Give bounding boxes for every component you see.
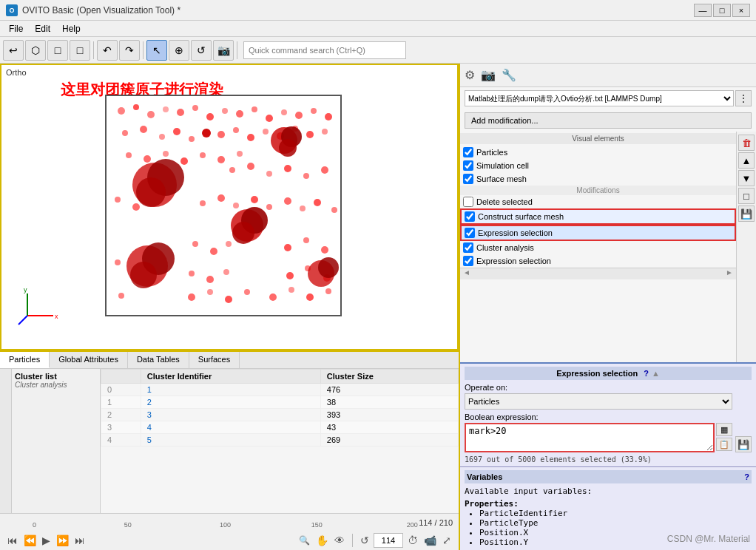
modifier-construct-surface-mesh-checkbox[interactable] — [465, 211, 475, 222]
table-row[interactable]: 2 3 393 — [101, 409, 459, 421]
tab-surfaces[interactable]: Surfaces — [189, 352, 240, 368]
svg-point-24 — [247, 134, 254, 141]
pipeline-icon-3[interactable]: 🔧 — [502, 68, 516, 82]
modifier-delete-selected-checkbox[interactable] — [463, 197, 473, 207]
svg-point-51 — [200, 200, 206, 206]
toolbar-move-icon[interactable]: ⊕ — [169, 40, 189, 61]
transport-next-icon[interactable]: ⏩ — [55, 533, 70, 548]
tab-global-attributes[interactable]: Global Attributes — [50, 352, 128, 368]
svg-point-53 — [233, 203, 239, 208]
row-cluster-id: 2 — [141, 396, 320, 409]
pipeline-icon-1[interactable]: ⚙ — [465, 68, 475, 82]
maximize-button[interactable]: □ — [713, 4, 731, 17]
close-button[interactable]: × — [732, 4, 750, 17]
tl-mark-100: 100 — [220, 521, 231, 529]
move-down-btn[interactable]: ▼ — [738, 170, 755, 186]
scroll-row: ◄ ► — [460, 268, 736, 279]
expr-save-btn[interactable]: 💾 — [735, 436, 752, 452]
tab-particles[interactable]: Particles — [0, 352, 50, 368]
toolbar-undo2-icon[interactable]: ↶ — [97, 40, 118, 61]
frame-input[interactable] — [374, 533, 403, 548]
vars-help-btn[interactable]: ? — [744, 472, 749, 481]
modifier-surface-mesh-checkbox[interactable] — [463, 174, 473, 184]
menu-edit[interactable]: Edit — [29, 22, 56, 35]
transport-play-icon[interactable]: ▶ — [41, 533, 52, 548]
toolbar-select-icon[interactable]: ↖ — [146, 40, 167, 61]
modifier-expression-selection-1-checkbox[interactable] — [465, 228, 475, 238]
toolbar-new-icon[interactable]: ⬡ — [25, 40, 46, 61]
svg-point-75 — [223, 269, 229, 275]
svg-point-66 — [192, 241, 198, 247]
save-preset-btn[interactable]: 💾 — [738, 206, 755, 222]
clock-icon[interactable]: ⏱ — [406, 533, 419, 548]
modifier-particles[interactable]: Particles — [460, 146, 736, 159]
modifier-expression-selection-2-checkbox[interactable] — [463, 256, 473, 266]
toolbar-open-icon[interactable]: □ — [47, 40, 68, 61]
file-dropdown[interactable]: Matlab处理后的dump请导入Ovtio分析.txt [LAMMPS Dum… — [465, 90, 734, 106]
add-modification: Add modification... — [465, 112, 752, 129]
toolbar-save-icon[interactable]: □ — [70, 40, 90, 61]
transport-first-icon[interactable]: ⏮ — [6, 533, 19, 548]
toolbar-screenshot-icon[interactable]: 📷 — [213, 40, 234, 61]
pipeline-header: ⚙ 📷 🔧 — [460, 64, 756, 87]
cluster-sidebar: Cluster list Cluster analysis — [12, 369, 101, 513]
svg-point-54 — [251, 196, 258, 203]
del-modifier-btn[interactable]: 🗑 — [738, 135, 755, 151]
expr-help-btn[interactable]: ? — [644, 369, 649, 378]
table-row[interactable]: 0 1 476 — [101, 384, 459, 396]
svg-point-73 — [189, 271, 195, 276]
modifier-cluster-analysis[interactable]: Cluster analysis — [460, 241, 736, 254]
modifier-particles-checkbox[interactable] — [463, 147, 473, 157]
app-icon: O — [6, 4, 18, 16]
expr-scroll-btn[interactable]: ▲ — [652, 369, 660, 378]
svg-point-72 — [115, 259, 121, 265]
toolbar-redo-icon[interactable]: ↷ — [119, 40, 140, 61]
minimize-button[interactable]: — — [694, 4, 712, 17]
copy-btn[interactable]: □ — [738, 188, 755, 204]
toolbar-rotate-icon[interactable]: ↺ — [191, 40, 212, 61]
expr-textarea[interactable]: mark>20 — [465, 423, 715, 452]
svg-point-57 — [300, 206, 306, 211]
menu-help[interactable]: Help — [56, 22, 87, 35]
transport-eye-icon[interactable]: 👁 — [333, 533, 346, 548]
modifier-expression-selection-1[interactable]: Expression selection — [460, 225, 736, 241]
toolbar-undo-icon[interactable]: ↩ — [3, 40, 24, 61]
row-index: 4 — [101, 434, 141, 447]
search-input[interactable] — [243, 41, 406, 59]
expr-form: Operate on: Particles Boolean expression… — [465, 383, 732, 452]
modifier-sim-cell[interactable]: Simulation cell — [460, 159, 736, 172]
expr-body: Operate on: Particles Boolean expression… — [465, 383, 752, 452]
camera-icon[interactable]: 📹 — [422, 533, 438, 548]
transport-hand-icon[interactable]: ✋ — [314, 533, 330, 548]
move-up-btn[interactable]: ▲ — [738, 152, 755, 169]
pipeline-icon-2[interactable]: 📷 — [481, 68, 496, 82]
vars-properties-label: Properties: — [465, 499, 752, 509]
viewport[interactable]: Ortho 这里对团簇原子进行渲染 — [0, 64, 459, 350]
svg-point-32 — [279, 139, 297, 157]
transport-prev-icon[interactable]: ⏪ — [22, 533, 38, 548]
svg-point-38 — [217, 156, 225, 163]
modifier-delete-selected[interactable]: Delete selected — [460, 195, 736, 208]
modifier-sim-cell-checkbox[interactable] — [463, 160, 473, 171]
expand-icon[interactable]: ⤢ — [441, 533, 453, 548]
modifier-surface-mesh[interactable]: Surface mesh — [460, 172, 736, 186]
svg-point-68 — [226, 241, 232, 247]
modifier-construct-surface-mesh[interactable]: Construct surface mesh — [460, 208, 736, 225]
add-modification-button[interactable]: Add modification... — [465, 112, 752, 129]
modifier-expression-selection-2[interactable]: Expression selection — [460, 254, 736, 268]
transport-zoom-icon[interactable]: 🔍 — [297, 534, 311, 547]
expr-table-btn[interactable]: ▦ — [716, 423, 732, 436]
transport-last-icon[interactable]: ⏭ — [73, 533, 87, 548]
expr-paste-btn[interactable]: 📋 — [716, 438, 732, 451]
table-row[interactable]: 4 5 269 — [101, 434, 459, 447]
file-options-btn[interactable]: ⋮ — [735, 90, 752, 106]
expr-operate-select[interactable]: Particles — [465, 393, 732, 410]
table-row[interactable]: 3 4 43 — [101, 421, 459, 434]
menu-file[interactable]: File — [3, 22, 29, 35]
loop-icon[interactable]: ↺ — [359, 533, 371, 548]
table-row[interactable]: 1 2 38 — [101, 396, 459, 409]
tab-data-tables[interactable]: Data Tables — [128, 352, 189, 368]
svg-point-58 — [314, 199, 321, 206]
svg-point-34 — [144, 155, 151, 163]
modifier-cluster-analysis-checkbox[interactable] — [463, 242, 473, 253]
